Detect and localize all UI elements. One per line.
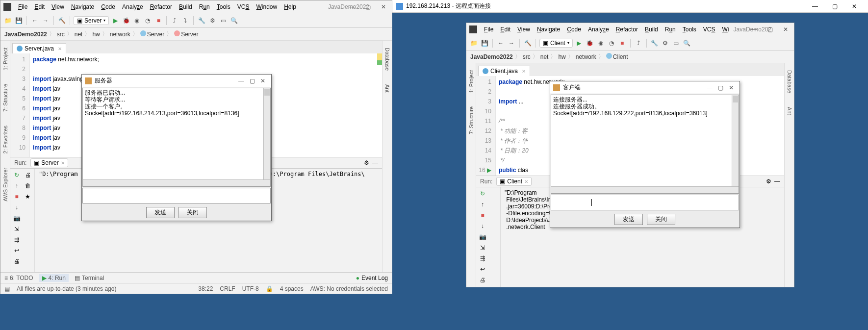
menu-bar[interactable]: File Edit View Navigate Code Analyze Ref… xyxy=(481,25,732,34)
right-sidebar[interactable]: Database Ant xyxy=(784,63,794,287)
scrollbar-h[interactable] xyxy=(551,186,739,193)
filter-icon[interactable]: ⇶ xyxy=(12,235,21,244)
settings-icon[interactable]: ⚙ xyxy=(661,39,670,48)
structure-tool[interactable]: 7: Structure xyxy=(2,82,9,114)
run-config-dropdown[interactable]: ▣ Server ▾ xyxy=(74,16,109,25)
print-icon[interactable]: 🖨 xyxy=(12,257,21,266)
minimize-icon[interactable]: — xyxy=(750,25,759,34)
menu-edit[interactable]: Edit xyxy=(497,25,513,34)
bc-item[interactable]: network xyxy=(110,31,130,38)
tab-close-icon[interactable]: ✕ xyxy=(58,46,62,51)
back-icon[interactable]: ← xyxy=(30,16,39,25)
git-icon[interactable]: ⤴ xyxy=(170,16,179,25)
wrench-icon[interactable]: 🔧 xyxy=(197,16,206,25)
database-tool[interactable]: Database xyxy=(786,68,793,95)
tab-server[interactable]: Server.java ✕ xyxy=(12,43,66,53)
popup-output[interactable]: 服务器已启动... 等待客户请求... 连接一个客户。 Socket[addr=… xyxy=(82,88,271,187)
menu-file[interactable]: File xyxy=(481,25,496,34)
open-icon[interactable]: 📁 xyxy=(469,39,478,48)
favorites-tool[interactable]: 2: Favorites xyxy=(2,124,9,155)
debug-icon[interactable]: 🐞 xyxy=(586,39,594,48)
bc-item[interactable]: net xyxy=(75,31,83,38)
menu-bar[interactable]: File Edit View Navigate Code Analyze Ref… xyxy=(15,2,299,11)
database-tool[interactable]: Database xyxy=(384,46,391,73)
menu-build[interactable]: Build xyxy=(642,25,661,34)
send-button[interactable]: 发送 xyxy=(614,214,643,225)
popup-min-icon[interactable]: — xyxy=(704,84,715,91)
stop-icon[interactable]: ■ xyxy=(618,39,627,48)
run-icon[interactable]: ▶ xyxy=(111,16,120,25)
coverage-icon[interactable]: ◉ xyxy=(132,16,141,25)
close-button[interactable]: 关闭 xyxy=(647,214,675,225)
breadcrumb[interactable]: JavaDemo2022〉 src〉 net〉 hw〉 network〉 Cli… xyxy=(466,51,794,63)
structure-icon[interactable]: ▭ xyxy=(672,39,681,48)
status-pos[interactable]: 38:22 xyxy=(198,285,213,292)
send-button[interactable]: 发送 xyxy=(146,207,175,218)
menu-refactor[interactable]: Refactor xyxy=(613,25,641,34)
menu-wi[interactable]: Wi xyxy=(719,25,732,34)
menu-tools[interactable]: Tools xyxy=(680,25,699,34)
popup-max-icon[interactable]: ▢ xyxy=(247,77,257,84)
menu-analyze[interactable]: Analyze xyxy=(585,25,612,34)
maximize-icon[interactable]: ▢ xyxy=(766,25,774,34)
menu-view[interactable]: View xyxy=(49,2,67,11)
scrollbar[interactable] xyxy=(732,95,739,193)
run-config-dropdown[interactable]: ▣ Client▾ xyxy=(539,39,573,48)
menu-vcs[interactable]: VCS xyxy=(700,25,718,34)
scrollbar[interactable] xyxy=(263,88,270,186)
back-icon[interactable]: ← xyxy=(496,39,505,48)
menu-file[interactable]: File xyxy=(15,2,30,11)
menu-analyze[interactable]: Analyze xyxy=(119,2,146,11)
forward-icon[interactable]: → xyxy=(507,39,516,48)
debug-icon[interactable]: 🐞 xyxy=(122,16,130,25)
terminal-tab[interactable]: ▤Terminal xyxy=(75,275,104,281)
minimize-icon[interactable]: — xyxy=(348,2,357,11)
bc-item[interactable]: hw xyxy=(92,31,100,38)
menu-run[interactable]: Run xyxy=(662,25,679,34)
stop-run-icon[interactable]: ■ xyxy=(12,192,21,201)
maximize-icon[interactable]: ▢ xyxy=(363,2,372,11)
save-icon[interactable]: 💾 xyxy=(14,16,23,25)
popup-input[interactable] xyxy=(82,188,271,203)
menu-help[interactable]: Help xyxy=(281,2,299,11)
down-icon[interactable]: ↓ xyxy=(12,203,21,212)
bc-item[interactable]: src xyxy=(57,31,65,38)
ant-tool[interactable]: Ant xyxy=(786,105,793,117)
bc-method[interactable]: Server xyxy=(181,31,198,38)
coverage-icon[interactable]: ◉ xyxy=(596,39,605,48)
menu-navigate[interactable]: Navigate xyxy=(68,2,97,11)
popup-input[interactable] xyxy=(551,195,739,210)
hammer-icon[interactable]: 🔨 xyxy=(57,16,66,25)
close-icon[interactable]: ✕ xyxy=(379,2,388,11)
left-sidebar[interactable]: 1: Project 7: Structure xyxy=(466,63,476,287)
wrap-icon[interactable]: ↩ xyxy=(12,246,21,255)
menu-run[interactable]: Run xyxy=(196,2,213,11)
aws-tool[interactable]: AWS Explorer xyxy=(2,166,9,203)
status-eol[interactable]: CRLF xyxy=(220,285,235,292)
project-tool[interactable]: 1: Project xyxy=(468,68,475,95)
menu-edit[interactable]: Edit xyxy=(31,2,48,11)
rerun-icon[interactable]: ↻ xyxy=(12,171,21,179)
status-aws[interactable]: AWS: No credentials selected xyxy=(310,285,388,292)
menu-vcs[interactable]: VCS xyxy=(234,2,253,11)
settings-icon[interactable]: ⚙ xyxy=(208,16,217,25)
profile-icon[interactable]: ◔ xyxy=(143,16,152,25)
popup-close-icon[interactable]: ✕ xyxy=(726,84,737,91)
stop-run-icon[interactable]: ■ xyxy=(478,211,487,220)
help-icon[interactable]: ★ xyxy=(24,192,32,201)
gear-icon[interactable]: ⚙ xyxy=(364,159,369,166)
hide-icon[interactable]: — xyxy=(372,159,378,166)
status-indent[interactable]: 4 spaces xyxy=(280,285,304,292)
menu-window[interactable]: Window xyxy=(253,2,280,11)
hide-icon[interactable]: — xyxy=(774,178,780,185)
menu-navigate[interactable]: Navigate xyxy=(534,25,563,34)
right-sidebar[interactable]: Database Ant xyxy=(382,41,392,272)
menu-code[interactable]: Code xyxy=(564,25,584,34)
menu-view[interactable]: View xyxy=(514,25,533,34)
forward-icon[interactable]: → xyxy=(41,16,50,25)
menu-refactor[interactable]: Refactor xyxy=(147,2,175,11)
popup-min-icon[interactable]: — xyxy=(236,77,247,84)
print2-icon[interactable]: 🖨 xyxy=(24,171,32,179)
popup-output[interactable]: 连接服务器... 连接服务器成功。 Socket[addr=/192.168.1… xyxy=(551,95,739,194)
close-icon[interactable]: ✕ xyxy=(781,25,790,34)
